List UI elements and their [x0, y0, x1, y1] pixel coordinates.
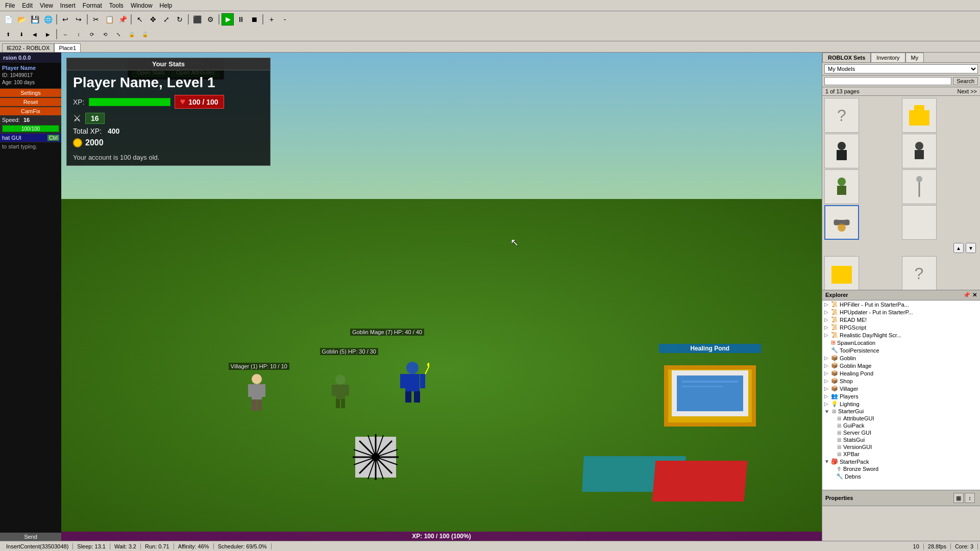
properties-toolbar: ▦ ↕ — [951, 492, 977, 504]
toolbar-2i[interactable]: ⤡ — [112, 28, 125, 40]
expand-icon: ▼ — [824, 409, 829, 414]
toolbar-new[interactable]: 📄 — [2, 13, 14, 26]
model-item-8[interactable] — [902, 205, 937, 240]
svg-rect-14 — [400, 374, 405, 388]
toolbar-copy[interactable]: 📋 — [103, 13, 115, 26]
toolbar-2f[interactable]: ↕ — [72, 28, 85, 40]
toolbar-open[interactable]: 📂 — [15, 13, 28, 26]
models-dropdown[interactable]: My Models — [824, 64, 978, 73]
toolbar-2h[interactable]: ⟲ — [99, 28, 111, 40]
camfix-button[interactable]: CamFix — [0, 107, 61, 115]
tree-item-attributegui[interactable]: 🖥AttributeGUI — [822, 415, 980, 422]
toolbar-select[interactable]: ↖ — [134, 13, 146, 26]
toolbar-play-server[interactable]: ⏸ — [235, 13, 247, 26]
tree-item-toolpersistence[interactable]: 🔧ToolPersistence — [822, 346, 980, 354]
toolbar-cut[interactable]: ✂ — [90, 13, 102, 26]
tab-place1[interactable]: Place1 — [54, 43, 81, 52]
toolbar-move[interactable]: ✥ — [147, 13, 159, 26]
search-row: Search — [822, 76, 980, 87]
menu-insert[interactable]: Insert — [57, 1, 79, 10]
next-page-button[interactable]: Next >> — [957, 88, 977, 94]
tab-inventory[interactable]: Inventory — [871, 53, 905, 62]
scroll-down[interactable]: ▼ — [966, 243, 976, 253]
tree-item-hpfiller[interactable]: ▷📜HPFiller - Put in StarterPa... — [822, 300, 980, 308]
toolbar-scale[interactable]: ⤢ — [160, 13, 173, 26]
toolbar-2g[interactable]: ⟳ — [86, 28, 98, 40]
scroll-up[interactable]: ▲ — [953, 243, 964, 253]
menu-window[interactable]: Window — [128, 1, 156, 10]
toolbar-2e[interactable]: ↔ — [59, 28, 71, 40]
reset-button[interactable]: Reset — [0, 98, 61, 106]
tree-item-hpupdater[interactable]: ▷📜HPUpdater - Put in StarterP... — [822, 308, 980, 316]
tab-roblox-sets[interactable]: ROBLOX Sets — [822, 53, 871, 62]
toolbar-save[interactable]: 💾 — [29, 13, 41, 26]
prop-filter-btn[interactable]: ▦ — [953, 493, 964, 503]
model-item-5[interactable] — [824, 169, 859, 204]
model-item-6[interactable] — [902, 169, 937, 204]
menu-tools[interactable]: Tools — [106, 1, 127, 10]
explorer-close[interactable]: ✕ — [972, 292, 977, 298]
toolbar-paste[interactable]: 📌 — [116, 13, 129, 26]
tree-item-shop[interactable]: ▷📦Shop — [822, 377, 980, 385]
tree-label: HPUpdater - Put in StarterP... — [840, 309, 913, 315]
toolbar-2d[interactable]: ▶ — [42, 28, 54, 40]
tab-ie202[interactable]: IE202 - ROBLOX — [2, 43, 54, 52]
settings-button[interactable]: Settings — [0, 89, 61, 97]
model-item-2[interactable] — [902, 98, 937, 133]
tree-item-rpgscript[interactable]: ▷📜RPGScript — [822, 323, 980, 331]
tree-item-players[interactable]: ▷👥Players — [822, 392, 980, 400]
toolbar-2b[interactable]: ⬇ — [15, 28, 28, 40]
model-item-4[interactable] — [902, 134, 937, 168]
explorer-pin[interactable]: 📌 — [963, 292, 970, 298]
tab-my[interactable]: My — [905, 53, 924, 62]
toolbar-rotate[interactable]: ↻ — [174, 13, 186, 26]
toolbar-2j[interactable]: 🔒 — [126, 28, 138, 40]
search-input[interactable] — [824, 77, 951, 85]
search-button[interactable]: Search — [953, 77, 978, 85]
model-item-9[interactable] — [824, 256, 859, 290]
toolbar-play[interactable]: ▶ — [222, 13, 234, 26]
tree-item-bronzesword[interactable]: 🗡Bronze Sword — [822, 465, 980, 472]
toolbar-insert-service[interactable]: ⚙ — [204, 13, 216, 26]
toolbar-zoom-in[interactable]: + — [265, 13, 278, 26]
prop-sort-btn[interactable]: ↕ — [965, 493, 975, 503]
menu-view[interactable]: View — [37, 1, 56, 10]
tree-item-startergui[interactable]: ▼🖥StarterGui — [822, 408, 980, 415]
menu-edit[interactable]: Edit — [19, 1, 36, 10]
toolbar-2k[interactable]: 🔓 — [139, 28, 151, 40]
send-button[interactable]: Send — [0, 533, 61, 541]
toolbar-save-to-roblox[interactable]: 🌐 — [42, 13, 54, 26]
tree-item-versiongui[interactable]: 🖥VersionGUI — [822, 443, 980, 450]
tree-item-readme[interactable]: ▷📜READ ME! — [822, 316, 980, 323]
tree-item-goblinmage[interactable]: ▷📦Goblin Mage — [822, 362, 980, 369]
tree-item-debns[interactable]: 🔧Debns — [822, 472, 980, 480]
toolbar-insert-part[interactable]: ⬛ — [191, 13, 203, 26]
tree-item-statsgui[interactable]: 🖥StatsGui — [822, 436, 980, 443]
tree-item-starterpack[interactable]: ▼🎒StarterPack — [822, 458, 980, 465]
tree-item-servergui[interactable]: 🖥Server GUI — [822, 429, 980, 436]
tree-item-spawn[interactable]: ⊞SpawnLocation — [822, 339, 980, 346]
toolbar-2c[interactable]: ◀ — [29, 28, 41, 40]
toolbar-zoom-out[interactable]: - — [279, 13, 291, 26]
toolbar-2a[interactable]: ⬆ — [2, 28, 14, 40]
model-item-7[interactable] — [824, 205, 859, 240]
menu-file[interactable]: File — [2, 1, 18, 10]
toolbar-undo[interactable]: ↩ — [59, 13, 71, 26]
game-viewport[interactable]: There is 1 player online Open Stats Open… — [61, 53, 822, 541]
tree-label: Villager — [840, 386, 859, 392]
model-item-1[interactable]: ? — [824, 98, 859, 133]
tree-item-xpbar[interactable]: 🖥XPBar — [822, 450, 980, 458]
tree-item-goblin[interactable]: ▷📦Goblin — [822, 354, 980, 362]
tree-item-lighting[interactable]: ▷💡Lighting — [822, 400, 980, 408]
tree-item-villager[interactable]: ▷📦Villager — [822, 385, 980, 392]
model-item-10[interactable]: ? — [902, 256, 937, 290]
toolbar-redo[interactable]: ↪ — [72, 13, 85, 26]
chat-placeholder: to start typing. — [0, 142, 61, 533]
model-item-3[interactable] — [824, 134, 859, 168]
menu-help[interactable]: Help — [157, 1, 176, 10]
toolbar-stop[interactable]: ⏹ — [248, 13, 260, 26]
menu-format[interactable]: Format — [80, 1, 105, 10]
tree-item-daynight[interactable]: ▷📜Realistic Day/Night Scr... — [822, 331, 980, 339]
tree-item-guipack[interactable]: 🖥GuiPack — [822, 422, 980, 429]
tree-item-healingpond[interactable]: ▷📦Healing Pond — [822, 369, 980, 377]
